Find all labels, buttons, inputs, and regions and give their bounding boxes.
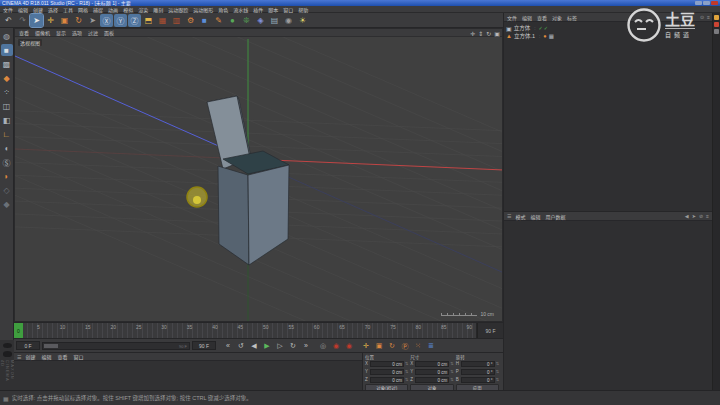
key-pla-icon[interactable]: ⁙ [412,340,424,351]
subdivision-surface-icon[interactable]: ● [226,14,239,27]
rotate-view-icon[interactable]: ↻ [486,30,491,37]
generator-icon[interactable]: ❊ [240,14,253,27]
x-axis-lock-icon[interactable]: Ⓧ [100,14,113,27]
key-parameter-icon[interactable]: Ⓟ [399,340,411,351]
pan-view-icon[interactable]: ✛ [470,30,475,37]
menu-3[interactable]: 选择 [48,6,58,13]
object-name[interactable]: 立方体.1 [514,32,535,40]
position-field-stepper-0[interactable]: ⇅ [405,361,408,366]
size-field-stepper-0[interactable]: ⇅ [450,361,453,366]
light-icon[interactable]: ☀ [296,14,309,27]
menu-2[interactable]: 创建 [33,6,43,13]
menu-1[interactable]: 编辑 [18,6,28,13]
attribute-manager[interactable] [504,222,713,390]
position-field-value-0[interactable]: 0 cm [370,361,404,367]
key-rotation-icon[interactable]: ↻ [386,340,398,351]
primitive-cube-icon[interactable]: ■ [198,14,211,27]
axis-mode-icon[interactable]: ∟ [1,128,13,140]
environment-icon[interactable]: ▤ [268,14,281,27]
coffee-bean-icon[interactable] [3,351,12,356]
viewport-menu-5[interactable]: 面板 [104,29,114,36]
size-field-stepper-2[interactable]: ⇅ [450,377,453,382]
rotate-tool-icon[interactable]: ↻ [72,14,85,27]
menu-11[interactable]: 运动跟踪 [168,6,188,13]
position-field-1[interactable]: Y0 cm⇅ [365,368,408,375]
menu-13[interactable]: 角色 [218,6,228,13]
loop-button[interactable]: ↻ [287,340,299,351]
object-menu-0[interactable]: 文件 [507,14,517,21]
timeline-ruler[interactable]: 51015202530354045505560657075808590 [23,323,477,338]
arrow-icon[interactable]: ➤ [692,213,696,219]
locked-workplane-icon[interactable]: ◆ [1,198,13,210]
timeline-mode-icon[interactable]: ≣ [425,340,437,351]
position-field-0[interactable]: X0 cm⇅ [365,360,408,367]
render-settings-icon[interactable]: ⚙ [184,14,197,27]
layout-tab-icon[interactable] [714,15,719,20]
layout-tab-icon[interactable] [714,22,719,27]
viewport-menu-1[interactable]: 摄像机 [35,29,50,36]
play-button[interactable]: ▶ [261,340,273,351]
viewport-solo-icon[interactable]: ◖ [1,142,13,154]
live-selection-tool-icon[interactable]: ➤ [30,14,43,27]
material-menu-1[interactable]: 编辑 [42,353,52,360]
position-field-stepper-2[interactable]: ⇅ [405,377,408,382]
size-field-0[interactable]: X0 cm⇅ [410,360,453,367]
last-tool-icon[interactable]: ➤ [86,14,99,27]
lock-icon[interactable]: ⊘ [699,213,703,219]
menu-6[interactable]: 捕捉 [93,6,103,13]
rotation-field-stepper-2[interactable]: ⇅ [496,377,499,382]
perspective-viewport[interactable]: 查看摄像机显示选项过滤面板 ✛⇕↻▣ 透视视图 10 cm [14,28,503,322]
history-list-icon[interactable]: ≡ [706,213,709,219]
render-region-icon[interactable]: ▥ [170,14,183,27]
size-field-1[interactable]: Y0 cm⇅ [410,368,453,375]
snap-magnet-icon[interactable]: ◗ [1,170,13,182]
autokey-icon[interactable]: ◉ [330,340,342,351]
viewport-menu-2[interactable]: 显示 [56,29,66,36]
workplane-snap-icon[interactable]: ◇ [1,184,13,196]
size-field-stepper-1[interactable]: ⇅ [450,369,453,374]
key-scale-icon[interactable]: ▣ [373,340,385,351]
frame-range-slider[interactable]: 90 F [42,342,190,350]
scale-tool-icon[interactable]: ▣ [58,14,71,27]
record-keyframe-icon[interactable]: ◎ [317,340,329,351]
position-field-2[interactable]: Z0 cm⇅ [365,376,408,383]
selection-tag-icon[interactable]: ● [543,33,546,39]
object-name[interactable]: 立方体 [514,24,531,32]
close-button[interactable] [711,1,718,5]
visibility-dots-icon[interactable]: ∶ [539,33,540,39]
attribute-menu-1[interactable]: 编辑 [531,213,541,220]
timeline-playhead[interactable]: 0 [14,323,23,338]
size-field-value-0[interactable]: 0 cm [415,361,449,367]
spline-pen-icon[interactable]: ✎ [212,14,225,27]
rotation-field-stepper-0[interactable]: ⇅ [496,361,499,366]
menu-5[interactable]: 网格 [78,6,88,13]
burger-menu-icon[interactable]: ☰ [507,213,511,219]
range-slider-handle[interactable] [44,344,58,348]
play-backwards-button[interactable]: ↺ [235,340,247,351]
redo-icon[interactable]: ↷ [16,14,29,27]
burger-menu-icon[interactable]: ☰ [17,354,21,360]
viewport-label[interactable]: 透视视图 [18,39,42,46]
next-frame-button[interactable]: ▷ [274,340,286,351]
material-menu-2[interactable]: 查看 [58,353,68,360]
y-axis-lock-icon[interactable]: Ⓨ [114,14,127,27]
material-menu-0[interactable]: 创建 [25,353,35,360]
menu-14[interactable]: 流水线 [233,6,248,13]
enabled-check-icon[interactable]: ✓✓ [539,25,549,31]
position-field-value-2[interactable]: 0 cm [370,377,404,383]
current-frame-field[interactable]: 0 F [16,341,40,350]
viewport-menu-0[interactable]: 查看 [19,29,29,36]
position-field-value-1[interactable]: 0 cm [370,369,404,375]
phong-tag-icon[interactable]: ▦ [549,33,554,39]
toggle-view-icon[interactable]: ▣ [494,30,500,37]
render-view-icon[interactable]: ▦ [156,14,169,27]
menu-17[interactable]: 窗口 [283,6,293,13]
rotation-field-value-2[interactable]: 0 ° [461,377,495,383]
snap-settings-icon[interactable]: Ⓢ [1,156,13,168]
history-back-icon[interactable]: ◀ [685,213,689,219]
layout-tab-icon[interactable] [714,29,719,34]
menu-12[interactable]: 运动图形 [193,6,213,13]
menu-15[interactable]: 插件 [253,6,263,13]
object-menu-1[interactable]: 编辑 [522,14,532,21]
move-tool-icon[interactable]: ✛ [44,14,57,27]
